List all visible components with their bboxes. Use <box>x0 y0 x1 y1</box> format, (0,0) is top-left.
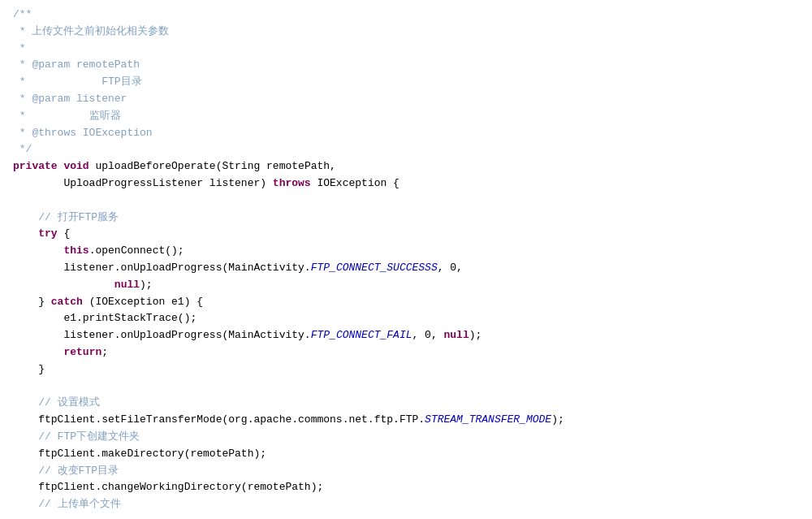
code-line: * 监听器 <box>0 108 812 125</box>
code-token: .openConnect(); <box>89 243 184 260</box>
code-line: * @throws IOException <box>0 125 812 142</box>
code-token: null <box>444 327 469 344</box>
code-token: FTP_CONNECT_SUCCESSS <box>311 260 438 277</box>
code-token: // 上传单个文件 <box>13 496 121 513</box>
code-token: listener.onUploadProgress(MainActivity. <box>13 260 311 277</box>
code-token: ftpClient.setFileTransferMode(org.apache… <box>13 412 425 429</box>
code-token: * 监听器 <box>13 108 121 125</box>
code-line: return; <box>0 344 812 361</box>
code-line: * @param remotePath <box>0 57 812 74</box>
code-token: // FTP下创建文件夹 <box>13 429 140 446</box>
code-line: /** <box>0 6 812 24</box>
code-token: catch <box>51 294 89 311</box>
code-token: ); <box>551 412 564 429</box>
code-line: } catch (IOException e1) { <box>0 294 812 311</box>
code-token: throws <box>273 175 317 192</box>
code-line: * FTP目录 <box>0 74 812 91</box>
code-line: null); <box>0 277 812 294</box>
code-token: return <box>63 344 102 361</box>
code-token: void <box>63 158 95 175</box>
code-line: // 改变FTP目录 <box>0 463 812 480</box>
code-token: * 上传文件之前初始化相关参数 <box>13 24 169 41</box>
code-token: uploadBeforeOperate(String remotePath, <box>95 158 335 175</box>
code-token: STREAM_TRANSFER_MODE <box>425 412 551 429</box>
code-token: null <box>114 277 140 294</box>
code-line <box>0 513 812 519</box>
code-token: { <box>58 226 71 243</box>
code-token: ftpClient.changeWorkingDirectory(remoteP… <box>13 479 323 496</box>
code-line: * <box>0 41 812 58</box>
code-line: // FTP下创建文件夹 <box>0 429 812 446</box>
code-line: * 上传文件之前初始化相关参数 <box>0 24 812 41</box>
code-token: , 0, <box>412 327 444 344</box>
code-token: // 改变FTP目录 <box>13 463 119 480</box>
code-line: ftpClient.changeWorkingDirectory(remoteP… <box>0 479 812 496</box>
code-line: // 打开FTP服务 <box>0 210 812 227</box>
code-line: private void uploadBeforeOperate(String … <box>0 158 812 175</box>
code-token: } <box>13 361 45 378</box>
code-token: listener.onUploadProgress(MainActivity. <box>13 327 311 344</box>
code-token: * <box>13 41 26 58</box>
code-line: e1.printStackTrace(); <box>0 310 812 327</box>
code-line: // 上传单个文件 <box>0 496 812 513</box>
code-line: // 设置模式 <box>0 395 812 412</box>
code-line: * @param listener <box>0 91 812 108</box>
code-token <box>13 243 63 260</box>
code-line: try { <box>0 226 812 243</box>
code-line: ftpClient.setFileTransferMode(org.apache… <box>0 412 812 429</box>
code-token: // 打开FTP服务 <box>13 210 119 227</box>
code-token: (IOException e1) { <box>89 294 203 311</box>
code-token: */ <box>13 141 32 158</box>
code-token: * FTP目录 <box>13 74 142 91</box>
code-token: * @param listener <box>13 91 127 108</box>
code-token: } <box>13 294 51 311</box>
code-line: this.openConnect(); <box>0 243 812 260</box>
code-token: ); <box>469 327 482 344</box>
code-token: ); <box>140 277 153 294</box>
code-line <box>0 378 812 396</box>
code-token: FTP_CONNECT_FAIL <box>311 327 412 344</box>
code-token: * @throws IOException <box>13 125 153 142</box>
code-token: * @param remotePath <box>13 57 140 74</box>
code-editor: /** * 上传文件之前初始化相关参数 * * @param remotePat… <box>0 0 812 519</box>
code-token: , 0, <box>438 260 463 277</box>
code-line: UploadProgressListener listener) throws … <box>0 175 812 192</box>
code-token: ; <box>102 344 108 361</box>
code-token: this <box>63 243 89 260</box>
code-line: } <box>0 361 812 378</box>
code-line: ftpClient.makeDirectory(remotePath); <box>0 446 812 463</box>
code-token: IOException { <box>317 175 399 192</box>
code-line: listener.onUploadProgress(MainActivity.F… <box>0 260 812 277</box>
code-token: try <box>38 226 57 243</box>
code-line: */ <box>0 141 812 158</box>
code-token: UploadProgressListener listener) <box>13 175 273 192</box>
code-token: private <box>13 158 63 175</box>
code-token: ftpClient.makeDirectory(remotePath); <box>13 446 266 463</box>
code-token: /** <box>13 6 32 24</box>
code-token <box>13 344 63 361</box>
code-line: listener.onUploadProgress(MainActivity.F… <box>0 327 812 344</box>
code-token <box>13 277 114 294</box>
code-line <box>0 192 812 210</box>
code-token <box>13 226 38 243</box>
code-token: e1.printStackTrace(); <box>13 310 197 327</box>
code-token: // 设置模式 <box>13 395 100 412</box>
